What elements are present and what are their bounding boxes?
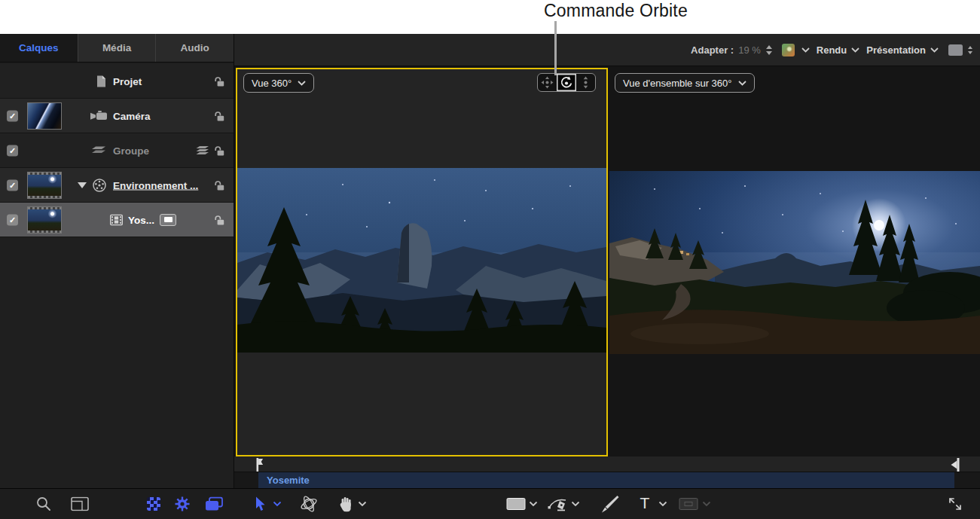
yosemite-360-panorama[interactable] <box>609 171 980 354</box>
mask-tool-chevron-icon-disabled <box>703 502 711 507</box>
chevron-down-icon <box>298 81 306 86</box>
play-range-end-marker[interactable] <box>950 458 960 472</box>
viewport-360-view[interactable]: Vue 360° <box>236 68 608 456</box>
overview-selector-label: Vue d'ensemble sur 360° <box>623 78 732 89</box>
hand-tool-icon[interactable] <box>338 496 353 512</box>
layers-sidebar: Projet ✓ Caméra ✓ <box>0 63 234 488</box>
gear-icon[interactable] <box>175 496 191 512</box>
layout-stepper[interactable] <box>968 46 972 54</box>
chevron-down-icon <box>851 47 859 53</box>
layer-label: Environnement ... <box>113 179 198 191</box>
chevron-down-icon <box>738 81 746 86</box>
unlock-icon[interactable] <box>213 75 225 87</box>
callout-pointer-line <box>554 21 557 75</box>
visibility-checkbox[interactable]: ✓ <box>7 145 18 156</box>
rectangle-tool-icon[interactable] <box>507 498 526 510</box>
render-menu-label: Rendu <box>817 44 847 56</box>
layer-row-camera[interactable]: ✓ Caméra <box>0 99 234 133</box>
tab-calques[interactable]: Calques <box>0 34 78 62</box>
mini-timeline: Yosemite <box>234 456 980 488</box>
text-tool-icon[interactable]: T <box>640 494 650 512</box>
panel-tabs: Calques Média Audio <box>0 34 234 63</box>
render-menu[interactable]: Rendu <box>817 44 859 56</box>
tab-media[interactable]: Média <box>78 34 157 62</box>
layer-row-yosemite[interactable]: ✓ Yos... <box>0 203 234 237</box>
layer-label: Groupe <box>113 145 149 156</box>
layer-thumbnail[interactable] <box>27 172 62 199</box>
check-icon: ✓ <box>9 111 16 121</box>
pen-tool-chevron-icon[interactable] <box>572 502 580 507</box>
layer-thumbnail[interactable] <box>27 102 62 130</box>
visibility-checkbox[interactable]: ✓ <box>7 179 18 191</box>
tab-audio[interactable]: Audio <box>156 34 234 62</box>
3d-transform-tool-icon[interactable] <box>300 495 319 514</box>
film-strip-icon <box>110 214 123 225</box>
unlock-icon[interactable] <box>213 145 225 156</box>
motion-app-window: Commande Orbite Calques Média Audio Adap… <box>0 0 980 519</box>
timeline-clip-yosemite[interactable]: Yosemite <box>258 472 954 488</box>
layer-label: Yos... <box>128 214 154 225</box>
bezier-pen-tool-icon[interactable] <box>548 496 569 511</box>
resize-expand-icon[interactable] <box>946 495 964 513</box>
color-swatch[interactable] <box>782 44 795 56</box>
stacked-layers-icon[interactable] <box>196 145 209 155</box>
layer-thumbnail[interactable] <box>27 206 62 234</box>
timeline-track: Yosemite <box>234 472 980 488</box>
play-range-start-marker[interactable] <box>256 458 264 472</box>
layout-swatch[interactable] <box>948 44 963 56</box>
layer-row-environnement[interactable]: ✓ Environnement ... <box>0 168 234 203</box>
chevron-down-icon <box>930 47 939 53</box>
layer-label: Projet <box>113 75 142 87</box>
hand-tool-chevron-icon[interactable] <box>359 502 367 507</box>
orbit-control-button[interactable] <box>557 74 575 91</box>
visibility-checkbox[interactable]: ✓ <box>7 110 18 121</box>
text-tool-chevron-icon[interactable] <box>659 502 667 507</box>
canvas: Vue 360° <box>234 66 980 456</box>
layer-row-projet[interactable]: Projet <box>0 64 234 99</box>
select-tool-chevron-icon[interactable] <box>273 502 282 507</box>
rectangle-tool-chevron-icon[interactable] <box>530 502 538 507</box>
zoom-level-value[interactable]: 19 % <box>738 44 761 56</box>
layer-label: Caméra <box>113 110 151 121</box>
media-source-badge[interactable] <box>160 214 176 226</box>
transparency-checker-icon[interactable] <box>147 497 160 511</box>
view-selector-dropdown[interactable]: Vue 360° <box>243 73 314 93</box>
check-icon: ✓ <box>9 180 16 190</box>
zoom-stepper[interactable] <box>766 45 772 55</box>
check-icon: ✓ <box>9 145 16 155</box>
bottom-toolbar: T <box>0 488 980 519</box>
layer-row-groupe[interactable]: ✓ Groupe <box>0 133 234 168</box>
environment-360-icon <box>92 178 107 193</box>
app-dark-ui: Calques Média Audio Adapter : 19 % Rendu… <box>0 34 980 519</box>
select-tool-arrow-icon[interactable] <box>253 496 265 511</box>
zoom-fit-label: Adapter : <box>691 44 734 56</box>
yosemite-half-dome-render <box>237 168 606 353</box>
dolly-control-button[interactable] <box>576 74 595 91</box>
unlock-icon[interactable] <box>213 179 225 191</box>
chevron-down-icon[interactable] <box>801 47 810 53</box>
brush-tool-icon[interactable] <box>600 494 620 514</box>
timeline-ruler[interactable] <box>234 456 980 472</box>
unlock-icon[interactable] <box>213 214 225 225</box>
mask-tool-icon-disabled <box>679 498 698 510</box>
top-toolbar: Calques Média Audio Adapter : 19 % Rendu… <box>0 34 980 66</box>
disclosure-triangle-icon[interactable] <box>78 182 87 188</box>
presentation-menu-label: Présentation <box>866 44 926 56</box>
search-icon[interactable] <box>36 496 52 512</box>
camera-icon <box>90 110 108 121</box>
unlock-icon[interactable] <box>213 110 225 121</box>
visibility-checkbox[interactable]: ✓ <box>7 214 18 225</box>
pan-control-button[interactable] <box>538 74 557 91</box>
overview-selector-dropdown[interactable]: Vue d'ensemble sur 360° <box>615 73 755 93</box>
presentation-menu[interactable]: Présentation <box>866 44 939 56</box>
project-pane-icon[interactable] <box>71 497 89 511</box>
callout-label: Commande Orbite <box>544 1 688 21</box>
document-icon <box>96 75 106 87</box>
view-selector-label: Vue 360° <box>252 78 292 89</box>
group-layers-icon <box>92 145 106 155</box>
stacked-panels-icon[interactable] <box>205 497 223 511</box>
camera-control-group <box>537 73 596 92</box>
check-icon: ✓ <box>9 215 16 224</box>
view-controls: Adapter : 19 % Rendu Présentation <box>691 34 972 66</box>
